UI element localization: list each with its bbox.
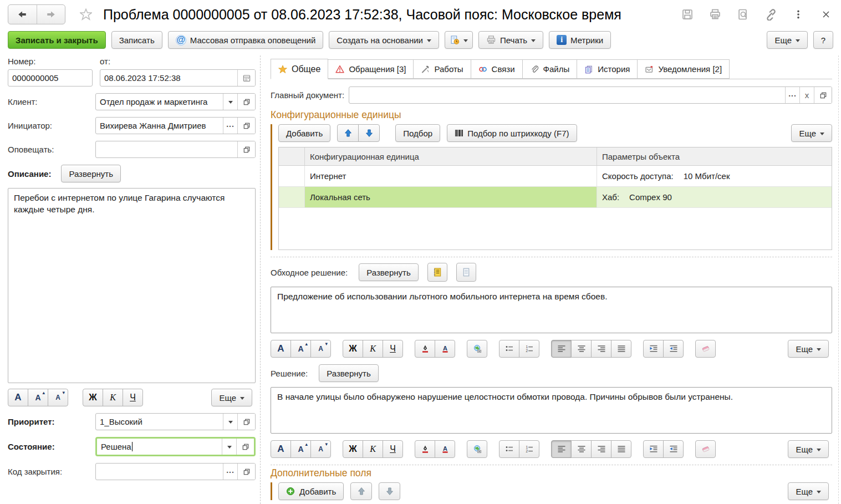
open-icon[interactable] <box>237 94 255 110</box>
get-link-icon[interactable] <box>763 7 778 22</box>
insert-link-button[interactable] <box>467 440 487 458</box>
select-ellipsis-button[interactable]: ... <box>223 118 237 134</box>
tab-works[interactable]: Работы <box>413 59 471 79</box>
print-icon[interactable] <box>708 7 722 22</box>
tab-history[interactable]: История <box>577 59 638 79</box>
open-icon[interactable] <box>237 118 255 134</box>
tab-notifications[interactable]: Уведомления [2] <box>637 59 730 79</box>
tab-requests[interactable]: Обращения [3] <box>328 59 414 79</box>
font-increase-button[interactable]: A▴ <box>28 389 48 406</box>
open-icon[interactable] <box>237 141 255 157</box>
align-center-button[interactable] <box>571 440 592 458</box>
align-justify-button[interactable] <box>611 440 631 458</box>
client-field[interactable]: Отдел продаж и маркетинга <box>95 93 256 110</box>
priority-field[interactable]: 1_Высокий <box>95 413 256 430</box>
pick-button[interactable]: Подбор <box>395 124 440 142</box>
help-button[interactable]: ? <box>813 31 833 49</box>
save-icon[interactable] <box>680 7 695 22</box>
align-left-button[interactable] <box>551 340 572 358</box>
table-row[interactable]: Интернет Скорость доступа: 10 Мбит/сек <box>279 166 832 187</box>
plain-text-button[interactable] <box>456 263 476 282</box>
notify-field[interactable] <box>95 141 256 158</box>
align-right-button[interactable] <box>591 440 611 458</box>
select-ellipsis-button[interactable]: ... <box>785 87 799 103</box>
barcode-pick-button[interactable]: Подбор по штрихкоду (F7) <box>447 124 577 142</box>
column-header-unit[interactable]: Конфигурационная единица <box>305 147 597 165</box>
close-code-field[interactable]: ... <box>95 463 256 480</box>
font-button[interactable]: A <box>271 340 291 358</box>
dropdown-arrow-icon[interactable] <box>223 414 237 430</box>
clear-format-button[interactable] <box>695 440 716 458</box>
mass-notify-button[interactable]: @Массовая отправка оповещений <box>168 31 324 49</box>
font-increase-button[interactable]: A▴ <box>290 340 311 358</box>
move-up-button[interactable] <box>337 124 359 142</box>
close-icon[interactable] <box>819 7 833 22</box>
open-icon[interactable] <box>237 414 255 430</box>
metrics-button[interactable]: iМетрики <box>549 31 611 49</box>
solution-textarea[interactable]: В начале улицы было обнаружено нарушение… <box>271 387 832 434</box>
workaround-expand-button[interactable]: Развернуть <box>359 263 419 281</box>
indent-decrease-button[interactable] <box>663 340 684 358</box>
solution-more-button[interactable]: Еще <box>788 440 829 458</box>
font-color-button[interactable] <box>435 440 455 458</box>
state-field[interactable]: Решена <box>95 437 256 456</box>
bullet-list-button[interactable] <box>499 440 519 458</box>
back-button[interactable] <box>8 5 37 24</box>
indent-increase-button[interactable] <box>643 340 664 358</box>
tab-files[interactable]: Файлы <box>522 59 578 79</box>
open-icon[interactable] <box>814 87 832 103</box>
description-expand-button[interactable]: Развернуть <box>61 165 121 182</box>
underline-button[interactable]: Ч <box>383 440 403 458</box>
move-down-button[interactable] <box>358 124 380 142</box>
numbered-list-button[interactable] <box>519 440 539 458</box>
clear-format-button[interactable] <box>695 340 716 358</box>
italic-button[interactable]: К <box>103 389 123 406</box>
workaround-textarea[interactable]: Предложение об использовании льготного м… <box>271 287 832 333</box>
insert-template-button[interactable] <box>427 263 447 282</box>
select-ellipsis-button[interactable]: ... <box>223 464 237 480</box>
tab-links[interactable]: Связи <box>471 59 523 79</box>
numbered-list-button[interactable] <box>519 340 539 358</box>
indent-decrease-button[interactable] <box>663 440 684 458</box>
more-button[interactable]: Еще <box>767 31 808 49</box>
font-button[interactable]: A <box>8 389 28 406</box>
save-and-close-button[interactable]: Записать и закрыть <box>8 31 106 49</box>
highlight-color-button[interactable] <box>415 340 435 358</box>
create-based-on-button[interactable]: Создать на основании <box>329 31 439 49</box>
clear-button[interactable]: x <box>799 87 814 103</box>
dropdown-arrow-icon[interactable] <box>223 94 237 110</box>
preview-icon[interactable] <box>736 7 750 22</box>
font-decrease-button[interactable]: A▾ <box>310 440 331 458</box>
table-row-selected[interactable]: Локальная сеть Хаб: Compex 90 <box>279 187 832 208</box>
add-field-button[interactable]: Добавить <box>278 482 344 500</box>
print-menu-button[interactable]: Печать <box>478 31 543 49</box>
open-icon[interactable] <box>237 464 255 480</box>
font-color-button[interactable] <box>435 340 455 358</box>
open-icon[interactable] <box>236 439 254 455</box>
bold-button[interactable]: Ж <box>343 440 363 458</box>
underline-button[interactable]: Ч <box>383 340 403 358</box>
italic-button[interactable]: К <box>363 440 383 458</box>
workaround-more-button[interactable]: Еще <box>788 340 829 358</box>
move-down-button[interactable] <box>379 482 400 500</box>
align-center-button[interactable] <box>571 340 592 358</box>
description-more-button[interactable]: Еще <box>211 389 252 406</box>
create-doc-button[interactable] <box>445 31 473 49</box>
column-header-params[interactable]: Параметры объекта <box>597 147 832 165</box>
font-decrease-button[interactable]: A▾ <box>310 340 331 358</box>
dropdown-arrow-icon[interactable] <box>222 439 236 455</box>
bold-button[interactable]: Ж <box>83 389 103 406</box>
number-field[interactable]: 0000000005 <box>8 69 93 86</box>
save-button[interactable]: Записать <box>111 31 162 49</box>
underline-button[interactable]: Ч <box>123 389 143 406</box>
bold-button[interactable]: Ж <box>343 340 363 358</box>
font-button[interactable]: A <box>271 440 291 458</box>
forward-button[interactable] <box>37 5 65 24</box>
highlight-color-button[interactable] <box>415 440 435 458</box>
font-decrease-button[interactable]: A▾ <box>48 389 68 406</box>
more-vertical-icon[interactable] <box>791 7 806 22</box>
description-textarea[interactable]: Перебои с интернетом по улице Гагарина с… <box>8 188 256 383</box>
additional-fields-more-button[interactable]: Еще <box>788 482 829 500</box>
favorite-star-icon[interactable] <box>80 8 92 21</box>
insert-link-button[interactable] <box>467 340 487 358</box>
